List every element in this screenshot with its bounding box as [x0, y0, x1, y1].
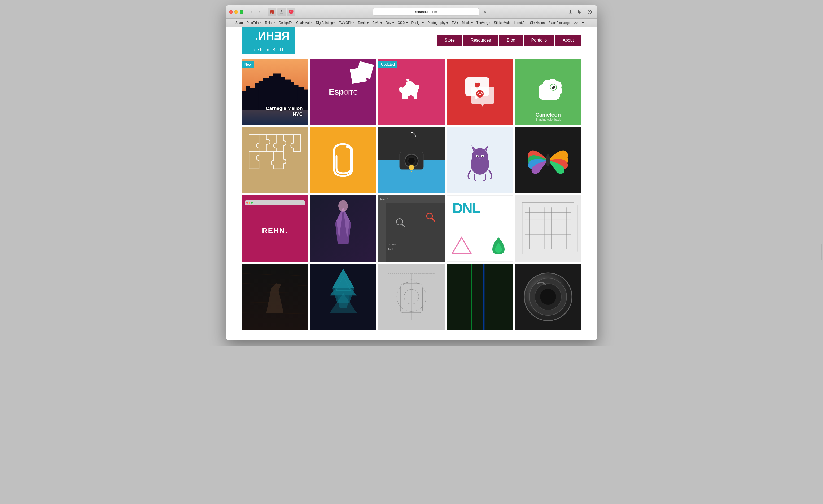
portfolio-item-dnl[interactable]: DNL [447, 195, 513, 262]
svg-rect-25 [242, 127, 308, 194]
badge-updated: Updated [378, 61, 397, 67]
bookmark-chainmail[interactable]: ChainMail ■ [295, 20, 314, 25]
bookmark-photography[interactable]: Photography ▾ [426, 20, 450, 25]
nav-arrows: ‹ › [248, 8, 264, 16]
portfolio-item-design[interactable]: ▶▶ ≡ [378, 195, 445, 262]
svg-rect-7 [249, 88, 255, 110]
bookmark-theverge[interactable]: TheVerge [475, 20, 492, 25]
minimize-button[interactable] [234, 10, 238, 14]
address-bar[interactable]: rehanbutt.com [373, 8, 479, 16]
right-toolbar [566, 8, 594, 16]
svg-point-19 [476, 90, 484, 97]
logo-top: REHN. [242, 27, 295, 46]
portfolio-item-rainbow[interactable] [515, 127, 581, 194]
portfolio-item-clip[interactable] [310, 127, 376, 194]
portfolio-item-fashion[interactable] [310, 195, 376, 262]
svg-rect-9 [259, 81, 264, 110]
close-button[interactable] [229, 10, 233, 14]
svg-point-30 [409, 165, 414, 170]
svg-text:REHN.: REHN. [255, 30, 290, 42]
svg-rect-5 [242, 91, 246, 110]
grid-icon[interactable]: ⊞ [228, 21, 232, 25]
address-bar-container: rehanbutt.com ↻ [298, 8, 564, 16]
svg-rect-12 [273, 73, 281, 110]
svg-point-36 [472, 148, 488, 164]
bookmark-deals[interactable]: Deals ▾ [356, 20, 370, 25]
logo-text: REHN. [246, 28, 291, 45]
svg-point-24 [552, 86, 553, 87]
portfolio-item-wood[interactable] [242, 264, 308, 330]
refresh-button[interactable]: ↻ [481, 8, 489, 16]
svg-line-74 [242, 273, 308, 276]
svg-rect-1 [578, 10, 581, 13]
add-bookmark[interactable]: + [580, 19, 586, 26]
svg-point-47 [546, 154, 550, 166]
maximize-button[interactable] [240, 10, 243, 14]
forward-button[interactable]: › [256, 8, 264, 16]
back-button[interactable]: ‹ [248, 8, 255, 16]
bookmark-stackexchange[interactable]: StackExchange [547, 20, 572, 25]
svg-line-78 [242, 313, 308, 314]
bookmark-hiredfm[interactable]: Hired.fm [513, 20, 528, 25]
share-icon[interactable] [277, 8, 286, 16]
svg-marker-56 [452, 237, 471, 253]
portfolio-item-cmu[interactable]: New [242, 59, 308, 125]
bookmark-poloprint[interactable]: PoloPrint ■ [245, 20, 263, 25]
portfolio-item-geometric[interactable] [310, 264, 376, 330]
portfolio-item-github[interactable] [447, 127, 513, 194]
logo-subtitle: Rehan Butt [242, 46, 295, 53]
bookmark-awyopn[interactable]: AWYOPN ■ [337, 20, 356, 25]
resources-button[interactable]: Resources [463, 35, 498, 46]
bookmark-digipainting[interactable]: DigiPainting ■ [314, 20, 336, 25]
badge-new: New [242, 61, 254, 67]
bookmark-design[interactable]: Design ▾ [410, 20, 426, 25]
traffic-lights [229, 10, 243, 14]
bookmark-simnation[interactable]: SimNation [528, 20, 546, 25]
svg-line-53 [402, 224, 405, 227]
portfolio-grid: New [242, 59, 581, 330]
portfolio-item-cameleon[interactable]: Cameleon Bringing color back [515, 59, 581, 125]
bookmark-cmu[interactable]: CMU ▾ [371, 20, 384, 25]
portfolio-item-puzzle[interactable] [242, 127, 308, 194]
title-bar: ‹ › rehanbutt.com ↻ [226, 5, 597, 19]
svg-point-51 [338, 200, 348, 212]
svg-point-21 [481, 92, 482, 93]
website-content: REHN. Rehan Butt Store Resources Blog Po… [226, 27, 597, 340]
site-header: REHN. Rehan Butt Store Resources Blog Po… [226, 27, 597, 53]
portfolio-item-dark-green[interactable] [447, 264, 513, 330]
portfolio-item-esporre[interactable]: Esporre [310, 59, 376, 125]
portfolio-button[interactable]: Portfolio [524, 35, 554, 46]
svg-point-43 [477, 156, 478, 157]
bookmark-osx[interactable]: OS X ▾ [396, 20, 409, 25]
portfolio-item-love[interactable] [447, 59, 513, 125]
portfolio-item-rehn[interactable]: REHN. [242, 195, 308, 262]
about-button[interactable]: About [555, 35, 581, 46]
svg-rect-92 [447, 264, 513, 330]
bookmark-stickermule[interactable]: StickerMule [492, 20, 512, 25]
svg-rect-13 [280, 77, 285, 110]
bookmark-designf[interactable]: DesignF ■ [277, 20, 294, 25]
bookmark-dev[interactable]: Dev ▾ [384, 20, 395, 25]
duplicate-icon[interactable] [576, 8, 585, 16]
bookmarks-more[interactable]: >> [573, 20, 580, 25]
svg-point-45 [479, 158, 481, 159]
portfolio-item-blueprint[interactable] [515, 195, 581, 262]
portfolio-item-camera[interactable] [378, 127, 445, 194]
bookmark-tv[interactable]: TV ▾ [450, 20, 460, 25]
url-text: rehanbutt.com [415, 10, 437, 14]
upload-icon[interactable] [566, 8, 575, 16]
bookmark-music[interactable]: Music ▾ [460, 20, 474, 25]
bookmark-rhino[interactable]: Rhino ■ [264, 20, 277, 25]
pocket-icon[interactable] [287, 8, 295, 16]
store-button[interactable]: Store [437, 35, 462, 46]
svg-rect-0 [579, 11, 582, 14]
download-icon[interactable] [586, 8, 594, 16]
svg-point-20 [478, 92, 479, 93]
pinterest-icon[interactable] [268, 8, 276, 16]
bookmark-shan[interactable]: Shan [234, 20, 244, 25]
svg-point-100 [540, 289, 556, 305]
blog-button[interactable]: Blog [499, 35, 523, 46]
portfolio-item-metal[interactable] [515, 264, 581, 330]
portfolio-item-sketch[interactable] [378, 264, 445, 330]
portfolio-item-scotty[interactable]: Updated [378, 59, 445, 125]
